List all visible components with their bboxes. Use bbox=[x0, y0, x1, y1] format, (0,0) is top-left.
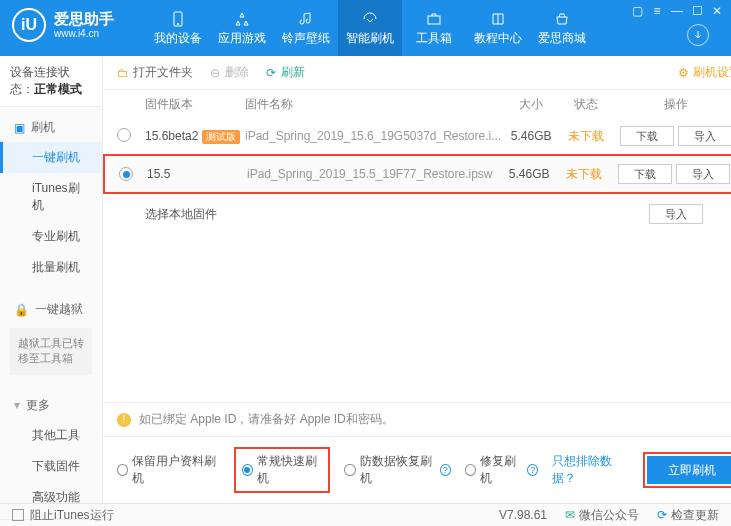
flash-now-button[interactable]: 立即刷机 bbox=[647, 456, 731, 484]
store-icon bbox=[553, 10, 571, 28]
open-folder-button[interactable]: 🗀打开文件夹 bbox=[117, 64, 193, 81]
flash-small-icon: ▣ bbox=[14, 121, 25, 135]
sidebar-head-flash[interactable]: ▣刷机 bbox=[0, 113, 102, 142]
nav-label: 爱思商城 bbox=[538, 30, 586, 47]
brand-url: www.i4.cn bbox=[54, 28, 114, 40]
connection-status: 设备连接状态：正常模式 bbox=[0, 56, 102, 107]
th-name: 固件名称 bbox=[245, 96, 501, 113]
opt-repair-flash[interactable]: 修复刷机? bbox=[465, 453, 538, 487]
check-update-link[interactable]: ⟳检查更新 bbox=[657, 507, 719, 524]
th-status: 状态 bbox=[561, 96, 611, 113]
delete-button[interactable]: ⊖删除 bbox=[209, 64, 249, 81]
music-icon bbox=[297, 10, 315, 28]
flash-icon bbox=[361, 10, 379, 28]
delete-icon: ⊖ bbox=[209, 67, 221, 79]
toolbar: 🗀打开文件夹 ⊖删除 ⟳刷新 ⚙刷机设置 bbox=[103, 56, 731, 90]
footer: 阻止iTunes运行 V7.98.61 ✉微信公众号 ⟳检查更新 bbox=[0, 503, 731, 526]
window-controls: ▢ ≡ — ☐ ✕ bbox=[629, 4, 725, 18]
sidebar-item-other-tools[interactable]: 其他工具 bbox=[0, 420, 102, 451]
nav-my-device[interactable]: 我的设备 bbox=[146, 0, 210, 56]
opt-anti-recovery[interactable]: 防数据恢复刷机? bbox=[344, 453, 450, 487]
beta-badge: 测试版 bbox=[202, 130, 240, 144]
refresh-icon: ⟳ bbox=[265, 67, 277, 79]
sidebar-head-more[interactable]: ▾更多 bbox=[0, 391, 102, 420]
nav-toolbox[interactable]: 工具箱 bbox=[402, 0, 466, 56]
nav-label: 我的设备 bbox=[154, 30, 202, 47]
minimize-button[interactable]: — bbox=[669, 4, 685, 18]
nav-apps[interactable]: 应用游戏 bbox=[210, 0, 274, 56]
fw-name: iPad_Spring_2019_15.5_19F77_Restore.ipsw bbox=[247, 167, 499, 181]
flash-options: 保留用户资料刷机 常规快速刷机 防数据恢复刷机? 修复刷机? 只想排除数据？ 立… bbox=[103, 436, 731, 503]
opt-normal-flash[interactable]: 常规快速刷机 bbox=[234, 447, 331, 493]
fw-status: 未下载 bbox=[561, 128, 611, 145]
help-icon[interactable]: ? bbox=[527, 464, 538, 476]
update-icon: ⟳ bbox=[657, 508, 667, 522]
radio-icon-selected[interactable] bbox=[119, 167, 133, 181]
local-firmware-row[interactable]: 选择本地固件 导入 bbox=[103, 194, 731, 234]
import-button[interactable]: 导入 bbox=[678, 126, 731, 146]
nav-tutorial[interactable]: 教程中心 bbox=[466, 0, 530, 56]
top-nav: 我的设备 应用游戏 铃声壁纸 智能刷机 工具箱 教程中心 爱思商城 bbox=[146, 0, 594, 56]
folder-icon: 🗀 bbox=[117, 67, 129, 79]
gear-icon: ⚙ bbox=[677, 67, 689, 79]
appleid-notice: ! 如已绑定 Apple ID，请准备好 Apple ID和密码。 ✕ bbox=[103, 402, 731, 436]
download-button[interactable]: 下载 bbox=[618, 164, 672, 184]
sidebar-item-download-firmware[interactable]: 下载固件 bbox=[0, 451, 102, 482]
nav-label: 铃声壁纸 bbox=[282, 30, 330, 47]
nav-label: 智能刷机 bbox=[346, 30, 394, 47]
more-icon: ▾ bbox=[14, 398, 20, 412]
sidebar-item-pro-flash[interactable]: 专业刷机 bbox=[0, 221, 102, 252]
local-firmware-label: 选择本地固件 bbox=[145, 206, 217, 223]
nav-flash[interactable]: 智能刷机 bbox=[338, 0, 402, 56]
brand-logo-icon: iU bbox=[12, 8, 46, 42]
lock-icon: 🔒 bbox=[14, 303, 29, 317]
nav-wallpaper[interactable]: 铃声壁纸 bbox=[274, 0, 338, 56]
fw-version: 15.6beta2 bbox=[145, 129, 198, 143]
toolbox-icon bbox=[425, 10, 443, 28]
version-label: V7.98.61 bbox=[499, 508, 547, 522]
sidebar: 设备连接状态：正常模式 ▣刷机 一键刷机 iTunes刷机 专业刷机 批量刷机 … bbox=[0, 56, 103, 503]
th-version: 固件版本 bbox=[145, 96, 245, 113]
sidebar-item-itunes-flash[interactable]: iTunes刷机 bbox=[0, 173, 102, 221]
wechat-icon: ✉ bbox=[565, 508, 575, 522]
nav-store[interactable]: 爱思商城 bbox=[530, 0, 594, 56]
import-local-button[interactable]: 导入 bbox=[649, 204, 703, 224]
sidebar-item-oneclick-flash[interactable]: 一键刷机 bbox=[0, 142, 102, 173]
brand-title: 爱思助手 bbox=[54, 10, 114, 28]
fw-version: 15.5 bbox=[147, 167, 170, 181]
main-panel: 🗀打开文件夹 ⊖删除 ⟳刷新 ⚙刷机设置 固件版本 固件名称 大小 状态 操作 … bbox=[103, 56, 731, 503]
theme-button[interactable]: ▢ bbox=[629, 4, 645, 18]
import-button[interactable]: 导入 bbox=[676, 164, 730, 184]
svg-point-1 bbox=[177, 23, 179, 25]
close-button[interactable]: ✕ bbox=[709, 4, 725, 18]
wechat-link[interactable]: ✉微信公众号 bbox=[565, 507, 639, 524]
th-size: 大小 bbox=[501, 96, 561, 113]
nav-label: 应用游戏 bbox=[218, 30, 266, 47]
sidebar-head-jailbreak[interactable]: 🔒一键越狱 bbox=[0, 295, 102, 324]
download-button[interactable]: 下载 bbox=[620, 126, 674, 146]
sidebar-item-batch-flash[interactable]: 批量刷机 bbox=[0, 252, 102, 283]
opt-keep-data[interactable]: 保留用户资料刷机 bbox=[117, 453, 220, 487]
maximize-button[interactable]: ☐ bbox=[689, 4, 705, 18]
book-icon bbox=[489, 10, 507, 28]
exclude-data-link[interactable]: 只想排除数据？ bbox=[552, 453, 629, 487]
notice-text: 如已绑定 Apple ID，请准备好 Apple ID和密码。 bbox=[139, 411, 394, 428]
nav-label: 教程中心 bbox=[474, 30, 522, 47]
nav-label: 工具箱 bbox=[416, 30, 452, 47]
flash-settings-button[interactable]: ⚙刷机设置 bbox=[677, 64, 731, 81]
download-manager-icon[interactable] bbox=[687, 24, 709, 46]
fw-status: 未下载 bbox=[559, 166, 609, 183]
radio-icon[interactable] bbox=[117, 128, 131, 142]
block-itunes-checkbox[interactable]: 阻止iTunes运行 bbox=[12, 507, 114, 524]
th-ops: 操作 bbox=[611, 96, 731, 113]
help-icon[interactable]: ? bbox=[440, 464, 451, 476]
svg-rect-2 bbox=[428, 16, 440, 24]
fw-name: iPad_Spring_2019_15.6_19G5037d_Restore.i… bbox=[245, 129, 501, 143]
firmware-row[interactable]: 15.6beta2测试版 iPad_Spring_2019_15.6_19G50… bbox=[103, 118, 731, 154]
refresh-button[interactable]: ⟳刷新 bbox=[265, 64, 305, 81]
phone-icon bbox=[169, 10, 187, 28]
jailbreak-moved-note: 越狱工具已转移至工具箱 bbox=[10, 328, 92, 375]
fw-size: 5.46GB bbox=[501, 129, 561, 143]
firmware-row-selected[interactable]: 15.5 iPad_Spring_2019_15.5_19F77_Restore… bbox=[103, 154, 731, 194]
menu-button[interactable]: ≡ bbox=[649, 4, 665, 18]
